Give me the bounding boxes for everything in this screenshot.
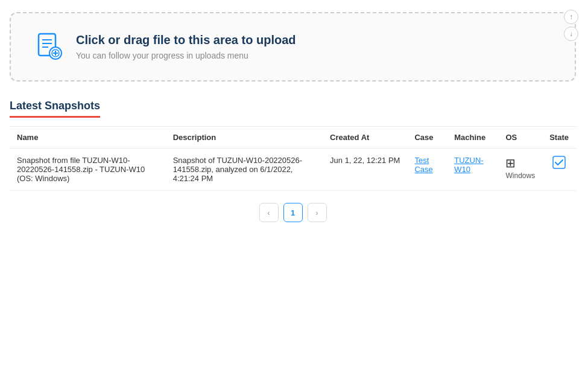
scroll-nav: ↑ ↓ — [564, 10, 578, 41]
os-text-0: Windows — [505, 171, 535, 180]
section-title: Latest Snapshots — [10, 100, 100, 118]
upload-text-block: Click or drag file to this area to uploa… — [76, 33, 296, 60]
upload-area[interactable]: Click or drag file to this area to uploa… — [10, 12, 576, 82]
col-os: OS — [498, 127, 542, 149]
table-row: Snapshot from file TUZUN-W10-20220526-14… — [10, 149, 576, 191]
scroll-down-button[interactable]: ↓ — [564, 27, 578, 41]
next-page-button[interactable]: › — [308, 203, 327, 222]
scroll-up-button[interactable]: ↑ — [564, 10, 578, 24]
col-case: Case — [407, 127, 447, 149]
cell-description-0: Snapshot of TUZUN-W10-20220526-141558.zi… — [166, 149, 323, 191]
state-icon-0 — [549, 156, 569, 169]
upload-icon — [35, 31, 64, 62]
pagination: ‹ 1 › — [10, 191, 576, 228]
cell-machine-0: TUZUN-W10 — [447, 149, 498, 191]
table-header-row: Name Description Created At Case Machine… — [10, 127, 576, 149]
col-name: Name — [10, 127, 166, 149]
cell-case-0: Test Case — [407, 149, 447, 191]
col-created-at: Created At — [323, 127, 407, 149]
prev-page-button[interactable]: ‹ — [259, 203, 279, 222]
col-machine: Machine — [447, 127, 498, 149]
cell-name-0: Snapshot from file TUZUN-W10-20220526-14… — [10, 149, 166, 191]
snapshots-table: Name Description Created At Case Machine… — [10, 126, 576, 191]
col-state: State — [542, 127, 576, 149]
os-icon-0: ⊞ — [505, 156, 516, 170]
case-link-0[interactable]: Test Case — [414, 156, 432, 174]
cell-created-at-0: Jun 1, 22, 12:21 PM — [323, 149, 407, 191]
machine-link-0[interactable]: TUZUN-W10 — [454, 156, 483, 174]
upload-sub-text: You can follow your progress in uploads … — [76, 51, 296, 60]
page-container: ↑ ↓ Click or drag file to this area to u… — [0, 0, 588, 240]
upload-main-text: Click or drag file to this area to uploa… — [76, 33, 296, 47]
page-1-button[interactable]: 1 — [283, 203, 303, 222]
snapshots-section: Latest Snapshots Name Description Create… — [10, 100, 576, 191]
cell-state-0 — [542, 149, 576, 191]
col-description: Description — [166, 127, 323, 149]
cell-os-0: ⊞ Windows — [498, 149, 542, 191]
